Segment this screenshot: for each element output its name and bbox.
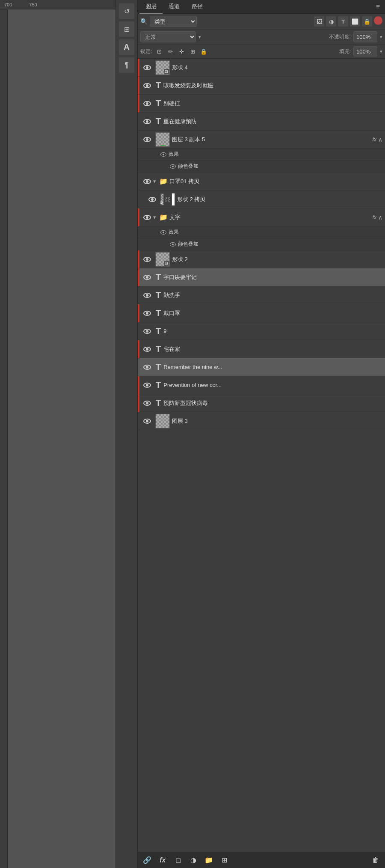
layer-name: 预防新型冠状病毒: [163, 399, 383, 407]
layer-visibility-toggle[interactable]: [141, 98, 153, 110]
layers-list[interactable]: ⊡ 形状 4 T 咳嗽发烧要及时就医 T 别硬扛 T: [138, 59, 385, 852]
opacity-input[interactable]: [353, 31, 377, 42]
mask-icon: ◻: [175, 856, 181, 864]
lock-image-button[interactable]: ✏: [166, 47, 175, 56]
filter-text-button[interactable]: T: [338, 16, 348, 27]
layer-row[interactable]: T 预防新型冠状病毒: [138, 394, 385, 412]
folder-expand-icon[interactable]: ▾: [153, 178, 156, 184]
tab-channels[interactable]: 通道: [163, 0, 186, 14]
layer-row[interactable]: 图层 3 副本 5 fx ∧: [138, 131, 385, 149]
fx-badge: fx: [373, 137, 376, 143]
layer-row[interactable]: T 咳嗽发烧要及时就医: [138, 77, 385, 95]
rotate-tool-button[interactable]: ↺: [119, 3, 134, 19]
layer-row[interactable]: ⊡ 形状 4: [138, 59, 385, 77]
ruler-vertical: [0, 9, 8, 868]
collapse-expand-icon[interactable]: ∧: [378, 214, 382, 221]
effect-visibility-toggle[interactable]: [158, 149, 169, 160]
layer-visibility-toggle[interactable]: [141, 379, 153, 391]
layer-row[interactable]: T 别硬扛: [138, 95, 385, 113]
trash-icon: 🗑: [372, 856, 379, 864]
layer-name: 9: [163, 328, 383, 334]
effect-label: 效果: [169, 151, 179, 158]
effect-visibility-toggle[interactable]: [158, 227, 169, 238]
paragraph-icon: ¶: [124, 61, 129, 70]
eye-icon: [143, 215, 151, 220]
lock-position-button[interactable]: ✛: [177, 47, 186, 56]
layer-group-row[interactable]: ▾ 📁 文字 fx ∧: [138, 208, 385, 226]
rotate-icon: ↺: [124, 7, 130, 15]
blend-mode-select[interactable]: 正常 溶解 正片叠底: [140, 31, 196, 42]
tab-paths[interactable]: 路径: [186, 0, 209, 14]
layer-thumbnail: ⊡ ⛓: [160, 192, 175, 207]
create-group-button[interactable]: 📁: [203, 854, 215, 866]
collapse-expand-icon[interactable]: ∧: [378, 136, 382, 143]
thumbnail-image: ⊡: [155, 252, 170, 267]
layer-row[interactable]: T 勤洗手: [138, 286, 385, 304]
add-adjustment-button[interactable]: ◑: [187, 854, 199, 866]
layer-row[interactable]: T 宅在家: [138, 340, 385, 358]
layer-visibility-toggle[interactable]: [141, 307, 153, 319]
layer-row[interactable]: ⊡ 形状 2: [138, 250, 385, 268]
layer-visibility-toggle[interactable]: [141, 116, 153, 128]
ruler-mark-700: 700: [4, 2, 12, 7]
layer-row[interactable]: T 重在健康预防: [138, 113, 385, 131]
layer-row[interactable]: T 戴口罩: [138, 304, 385, 322]
text-tool-button[interactable]: A: [119, 39, 134, 55]
create-layer-button[interactable]: ⊞: [218, 854, 230, 866]
filter-lock-button[interactable]: 🔒: [362, 16, 372, 27]
layer-visibility-toggle[interactable]: [141, 343, 153, 355]
lock-artboard-button[interactable]: ⊞: [188, 47, 197, 56]
layer-group-row[interactable]: ▾ 📁 口罩01 拷贝: [138, 172, 385, 190]
layer-visibility-toggle[interactable]: [141, 361, 153, 373]
lock-transparency-button[interactable]: ⊡: [154, 47, 164, 56]
effect-visibility-toggle[interactable]: [168, 239, 178, 250]
effect-visibility-toggle[interactable]: [168, 161, 178, 172]
layers-tool-button[interactable]: ⊞: [119, 21, 134, 37]
link-layers-button[interactable]: 🔗: [141, 854, 153, 866]
layer-visibility-toggle[interactable]: [141, 211, 153, 223]
layer-name: 宅在家: [163, 345, 383, 353]
fill-input[interactable]: [353, 46, 377, 56]
layer-visibility-toggle[interactable]: [141, 325, 153, 337]
layer-visibility-toggle[interactable]: [141, 289, 153, 301]
panel-menu-icon[interactable]: ≡: [373, 3, 383, 11]
layer-visibility-toggle[interactable]: [141, 134, 153, 146]
layer-effect-deep-row[interactable]: 颜色叠加: [138, 161, 385, 172]
filter-shape-button[interactable]: ⬜: [350, 16, 360, 27]
text-layer-icon: T: [156, 380, 161, 390]
lock-all-button[interactable]: 🔒: [199, 47, 208, 56]
filter-adjustment-button[interactable]: ◑: [326, 16, 336, 27]
layer-name: Remember the nine w...: [163, 364, 383, 370]
text-filter-icon: T: [341, 18, 345, 25]
add-style-button[interactable]: fx: [157, 854, 169, 866]
layer-visibility-toggle[interactable]: [141, 62, 153, 74]
text-layer-icon: T: [156, 362, 161, 372]
add-mask-button[interactable]: ◻: [172, 854, 184, 866]
layer-visibility-toggle[interactable]: [141, 175, 153, 187]
layer-visibility-toggle[interactable]: [141, 397, 153, 409]
layer-visibility-toggle[interactable]: [141, 415, 153, 427]
layer-effect-row[interactable]: 效果: [138, 149, 385, 161]
layer-visibility-toggle[interactable]: [146, 193, 158, 205]
layer-visibility-toggle[interactable]: [141, 253, 153, 265]
layer-row[interactable]: T Remember the nine w...: [138, 358, 385, 376]
paragraph-tool-button[interactable]: ¶: [119, 57, 134, 73]
layer-effect-row[interactable]: 效果: [138, 226, 385, 238]
layer-visibility-toggle[interactable]: [141, 271, 153, 283]
delete-layer-button[interactable]: 🗑: [370, 854, 382, 866]
layer-row[interactable]: T 字口诀要牢记: [138, 268, 385, 286]
filter-active-indicator[interactable]: [374, 16, 382, 25]
filter-image-button[interactable]: 🖼: [314, 16, 324, 27]
layer-row[interactable]: T Prevention of new cor...: [138, 376, 385, 394]
tab-layers[interactable]: 图层: [139, 0, 163, 14]
layer-row[interactable]: ⊡ ⛓ 形状 2 拷贝: [138, 190, 385, 208]
filter-type-select[interactable]: 类型 名称 效果 模式: [150, 16, 197, 27]
layer-effect-deep-row[interactable]: 颜色叠加: [138, 238, 385, 250]
sub-eye-icon: [170, 242, 176, 247]
fill-dropdown-arrow: ▾: [380, 49, 382, 54]
layer-row[interactable]: T 9: [138, 322, 385, 340]
folder-expand-icon[interactable]: ▾: [153, 214, 156, 220]
text-layer-icon: T: [156, 290, 161, 300]
layer-row[interactable]: 图层 3: [138, 412, 385, 430]
layer-visibility-toggle[interactable]: [141, 80, 153, 92]
